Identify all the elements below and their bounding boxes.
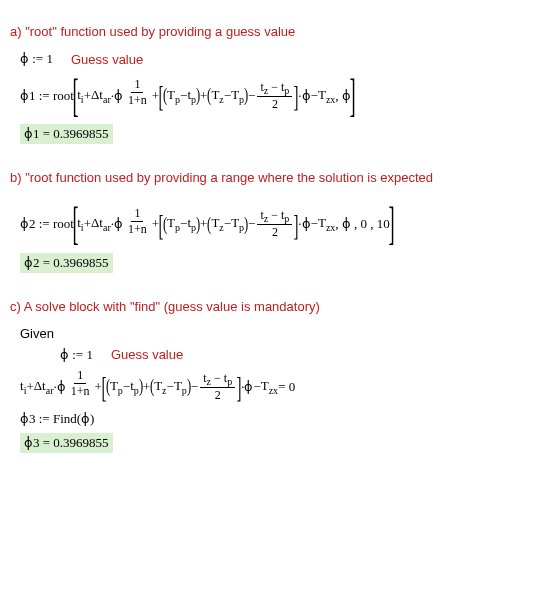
paren-close-icon: ) [244, 85, 248, 106]
guess-c: ϕ := 1 [60, 347, 93, 363]
eq-a: ϕ1 := root [ ti + Δtar · ϕ 1 1+n + [ ( T… [20, 75, 354, 116]
term-Tp: Tp [167, 87, 180, 105]
paren-close-icon: ) [196, 85, 200, 106]
bracket-close-icon: ] [294, 82, 299, 109]
phi-icon: ϕ [114, 216, 123, 232]
term-tp: tp [187, 215, 196, 233]
term-Tzx: Tzx [318, 87, 335, 105]
minus-icon: − [253, 379, 260, 395]
bracket-close-icon: ] [294, 211, 299, 238]
bracket-close-icon: ] [349, 75, 355, 116]
exponent: 11+n [66, 368, 95, 399]
result-a: ϕ1 = 0.3969855 [20, 124, 113, 144]
phi2-lhs: ϕ2 := root [20, 216, 74, 232]
term-Tzx: Tzx [261, 378, 278, 396]
minus-icon: − [248, 216, 255, 232]
section-a-heading: a) "root" function used by providing a g… [10, 24, 535, 39]
bracket-close-icon: ] [237, 373, 242, 400]
term-Tz: Tz [211, 87, 223, 105]
term-dtar: Δtar [34, 378, 54, 396]
minus-icon: − [224, 216, 231, 232]
phi1-lhs: ϕ1 := root [20, 88, 74, 104]
plus-icon: + [84, 216, 91, 232]
phi-icon: ϕ [57, 379, 66, 395]
eq-c: ti + Δtar · ϕ 11+n + [ ( Tp − tp ) + ( T… [20, 371, 295, 403]
section-b-heading: b) "root function used by providing a ra… [10, 170, 535, 185]
minus-icon: − [123, 379, 130, 395]
term-Tz: Tz [154, 378, 166, 396]
phi-icon: ϕ [114, 88, 123, 104]
phi-icon: ϕ [302, 216, 311, 232]
frac-tztp: tz − tp 2 [257, 80, 292, 112]
arg-phi: , ϕ [335, 88, 351, 104]
find-call: ϕ3 := Find(ϕ) [20, 411, 94, 427]
term-tp: tp [130, 378, 139, 396]
minus-icon: − [167, 379, 174, 395]
bracket-open-icon: [ [72, 203, 78, 244]
term-Tp: Tp [167, 215, 180, 233]
term-dtar: Δtar [91, 87, 111, 105]
minus-icon: − [248, 88, 255, 104]
arg-range: , ϕ , 0 , 10 [335, 216, 390, 232]
minus-icon: − [191, 379, 198, 395]
paren-open-icon: ( [207, 85, 211, 106]
frac-tztp: tz − tp 2 [200, 371, 235, 403]
paren-close-icon: ) [187, 376, 191, 397]
minus-icon: − [224, 88, 231, 104]
term-tp: tp [187, 87, 196, 105]
minus-icon: − [311, 216, 318, 232]
paren-close-icon: ) [196, 214, 200, 235]
term-Tz: Tz [211, 215, 223, 233]
paren-open-icon: ( [163, 85, 167, 106]
term-Tzx: Tzx [318, 215, 335, 233]
phi-icon: ϕ [302, 88, 311, 104]
paren-open-icon: ( [163, 214, 167, 235]
result-c: ϕ3 = 0.3969855 [20, 433, 113, 453]
bracket-close-icon: ] [388, 203, 394, 244]
equals-zero: = 0 [278, 379, 295, 395]
paren-close-icon: ) [244, 214, 248, 235]
plus-icon: + [84, 88, 91, 104]
result-b: ϕ2 = 0.3969855 [20, 253, 113, 273]
term-dtar: Δtar [91, 215, 111, 233]
bracket-open-icon: [ [72, 75, 78, 116]
eq-b: ϕ2 := root [ ti + Δtar · ϕ 11+n + [ ( Tp… [20, 203, 393, 244]
given-label: Given [20, 326, 54, 341]
term-Tp: Tp [110, 378, 123, 396]
frac-tztp: tz − tp 2 [257, 208, 292, 240]
term-Tp2: Tp [231, 87, 244, 105]
exponent: 11+n [123, 206, 152, 237]
phi-icon: ϕ [244, 379, 253, 395]
plus-icon: + [26, 379, 33, 395]
minus-icon: − [180, 216, 187, 232]
guess-a-label: Guess value [71, 52, 143, 67]
guess-a: ϕ := 1 [20, 51, 53, 67]
term-Tp2: Tp [174, 378, 187, 396]
paren-open-icon: ( [207, 214, 211, 235]
minus-icon: − [180, 88, 187, 104]
exponent: 1 1+n [123, 77, 152, 108]
guess-c-label: Guess value [111, 347, 183, 362]
paren-open-icon: ( [106, 376, 110, 397]
minus-icon: − [311, 88, 318, 104]
paren-close-icon: ) [139, 376, 143, 397]
section-c-heading: c) A solve block with "find" (guess valu… [10, 299, 535, 314]
term-Tp2: Tp [231, 215, 244, 233]
paren-open-icon: ( [150, 376, 154, 397]
